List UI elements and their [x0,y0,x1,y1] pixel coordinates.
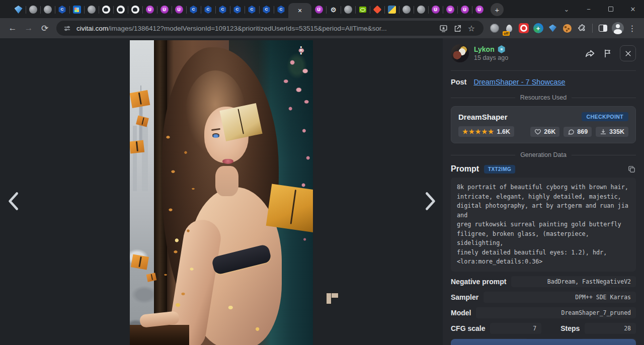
window-close-button[interactable]: ✕ [622,0,644,18]
blue-plus-extension-icon[interactable]: + [531,21,545,36]
bookmark-star-icon[interactable]: ☆ [464,21,478,35]
city-buildings [131,126,151,191]
browser-menu-icon[interactable]: ⋮ [625,21,639,36]
tab-close-icon[interactable]: ✕ [297,8,302,14]
tab[interactable]: C [259,1,274,18]
toolbar-divider [592,24,593,33]
post-link[interactable]: DreamShaper - 7 Showcase [473,78,565,86]
github-favicon [131,6,139,14]
next-image-button[interactable] [418,189,442,213]
tab[interactable]: U [311,1,326,18]
negative-prompt-value[interactable]: BadDream, FastNegativeV2 [511,276,636,287]
model-value[interactable]: DreamShaper_7_pruned [476,307,636,318]
tab[interactable]: C [186,1,201,18]
extensions-puzzle-icon[interactable] [575,21,589,36]
image-options-menu-icon[interactable]: ⋮ [296,44,306,56]
fire-extension-icon[interactable]: off [502,21,516,36]
comments-pill[interactable]: 869 [564,127,592,137]
url-domain: civitai.com [76,25,108,32]
upurple-favicon: U [475,6,484,14]
github-favicon [117,6,125,14]
tab[interactable]: U [428,1,443,18]
tab-search-icon[interactable]: ⌄ [555,0,578,18]
previous-image-button[interactable] [2,189,26,213]
tab[interactable]: C [274,1,288,18]
tab[interactable]: U [472,1,487,18]
generated-image[interactable]: ⋮ [130,40,313,345]
copy-prompt-icon[interactable] [627,165,636,174]
tab[interactable] [26,1,40,18]
tab[interactable]: U [443,1,457,18]
url-path: /images/1386412?modelVersionId=109123&pr… [108,25,387,32]
post-label: Post [451,78,466,86]
downloads-count: 335K [609,128,624,135]
prompt-header: Prompt TXT2IMG [451,164,636,174]
gem-extension-icon[interactable] [546,21,559,36]
tab[interactable]: C [215,1,230,18]
sampler-row: Sampler DPM++ SDE Karras [451,292,636,303]
tab[interactable] [113,1,128,18]
copy-generation-data-button[interactable] [451,339,636,345]
globe-extension-icon[interactable] [488,21,501,36]
tab[interactable] [384,1,399,18]
report-flag-icon[interactable] [603,48,613,58]
tab[interactable]: U [142,1,157,18]
tab[interactable] [370,1,384,18]
tab[interactable]: C [230,1,245,18]
tab[interactable]: U [157,1,172,18]
cfg-scale-value[interactable]: 7 [490,323,541,334]
orange-butterfly [130,140,144,154]
share-post-icon[interactable] [585,48,596,59]
tab-active[interactable]: ✕ [288,3,311,18]
forward-button[interactable]: → [21,21,36,36]
prompt-text[interactable]: 8k portrait of beautiful cyborg with bro… [451,178,636,272]
rating-pill[interactable]: ★★★★★ 1.6K [458,126,514,137]
minimize-button[interactable]: − [578,0,600,18]
tab[interactable] [128,1,142,18]
tab[interactable] [414,1,428,18]
tab[interactable]: U [172,1,186,18]
tab[interactable] [69,1,84,18]
username[interactable]: Lykon [474,45,495,53]
tab[interactable]: C [245,1,259,18]
orange-butterfly [131,254,149,270]
chex-favicon: C [233,6,242,14]
tab[interactable] [399,1,414,18]
tab[interactable]: U [457,1,472,18]
chex-favicon: C [277,6,285,14]
user-avatar[interactable] [451,44,469,62]
tab[interactable] [355,1,370,18]
post-row: Post DreamShaper - 7 Showcase [451,70,636,86]
address-bar[interactable]: civitai.com/images/1386412?modelVersionI… [56,21,484,36]
sampler-value[interactable]: DPM++ SDE Karras [484,292,636,303]
reload-button[interactable]: ⟳ [37,21,52,36]
back-button[interactable]: ← [5,21,20,36]
site-info-icon[interactable] [61,23,72,34]
share-icon[interactable] [450,21,464,35]
tab[interactable] [84,1,99,18]
red-o-extension-icon[interactable] [517,21,530,36]
install-icon[interactable] [436,21,450,35]
side-panel-icon[interactable] [596,21,610,36]
tab[interactable]: ⚙ [326,1,341,18]
star-icon: ★ [469,128,475,135]
url-text[interactable]: civitai.com/images/1386412?modelVersionI… [76,25,436,32]
upurple-favicon: U [315,6,323,14]
tab[interactable]: C [201,1,215,18]
tab[interactable] [40,1,55,18]
steps-value[interactable]: 28 [585,323,636,334]
star-icon: ★ [481,128,488,135]
upurple-favicon: U [461,6,469,14]
tab[interactable]: C [55,1,69,18]
close-panel-button[interactable] [620,45,636,61]
tab[interactable] [11,1,26,18]
new-tab-button[interactable]: + [491,3,504,16]
maximize-button[interactable] [600,0,622,18]
resource-card[interactable]: DreamShaper CHECKPOINT ★★★★★ 1.6K 26K [451,106,636,143]
downloads-pill[interactable]: 335K [596,127,628,137]
tab[interactable] [99,1,113,18]
tab[interactable] [341,1,355,18]
profile-avatar[interactable] [611,21,624,36]
cookie-extension-icon[interactable] [560,21,574,36]
likes-pill[interactable]: 26K [530,127,559,137]
